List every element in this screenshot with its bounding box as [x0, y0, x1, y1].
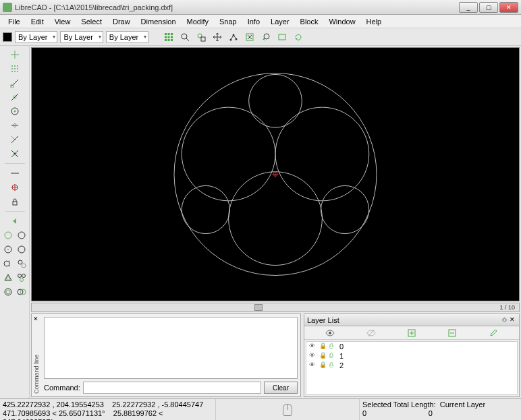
color-combo[interactable]: By Layer: [15, 31, 57, 43]
menu-window[interactable]: Window: [323, 16, 360, 27]
svg-point-54: [18, 247, 20, 248]
svg-rect-7: [168, 39, 170, 41]
circle-inscribe-tool[interactable]: [2, 272, 14, 284]
minimize-button[interactable]: _: [459, 2, 478, 13]
svg-rect-5: [171, 36, 173, 38]
lineweight-combo[interactable]: By Layer: [60, 31, 103, 43]
svg-point-26: [17, 68, 18, 69]
svg-point-24: [11, 68, 13, 69]
menu-layer[interactable]: Layer: [265, 16, 295, 27]
svg-rect-0: [165, 33, 167, 35]
circle-concentric-tool[interactable]: [2, 286, 14, 298]
zoom-window-icon[interactable]: [194, 30, 208, 44]
layer-row[interactable]: 👁🔒⎙2: [306, 361, 517, 370]
menu-edit[interactable]: Edit: [26, 16, 49, 27]
print-icon[interactable]: ⎙: [329, 342, 337, 351]
grid-tool[interactable]: [9, 63, 21, 75]
menu-draw[interactable]: Draw: [107, 16, 136, 27]
lock-relative[interactable]: [9, 196, 21, 208]
add-layer-icon[interactable]: [407, 328, 416, 338]
circle-concentric2-tool[interactable]: [16, 286, 28, 298]
drawing-canvas[interactable]: [31, 47, 520, 301]
clear-button[interactable]: Clear: [264, 382, 298, 394]
layer-list[interactable]: 👁🔒⎙0👁🔒⎙1👁🔒⎙2: [306, 341, 518, 395]
zoom-icon[interactable]: [178, 30, 192, 44]
page-indicator: 1 / 10: [495, 304, 519, 311]
show-all-icon[interactable]: [325, 328, 335, 338]
center-snap[interactable]: [9, 105, 21, 117]
layer-row[interactable]: 👁🔒⎙1: [306, 351, 517, 361]
lock-icon[interactable]: 🔒: [319, 342, 327, 351]
mouse-icon: [283, 404, 292, 416]
eye-icon[interactable]: 👁: [309, 342, 317, 351]
snap-node-icon[interactable]: [227, 30, 240, 44]
distance-snap[interactable]: [9, 133, 21, 146]
layer-row[interactable]: 👁🔒⎙0: [306, 342, 517, 351]
svg-point-21: [11, 65, 13, 67]
linetype-combo[interactable]: By Layer: [106, 31, 148, 43]
zoom-auto-icon[interactable]: [292, 30, 305, 44]
horizontal-scrollbar[interactable]: 1 / 10: [31, 303, 520, 312]
menu-dimension[interactable]: Dimension: [136, 16, 182, 27]
circle-tan3-tool[interactable]: [16, 272, 28, 284]
pan-icon[interactable]: [211, 30, 224, 44]
menu-modify[interactable]: Modify: [182, 16, 214, 27]
svg-point-61: [6, 277, 9, 280]
panel-close-icon[interactable]: ✕: [508, 316, 516, 324]
menu-info[interactable]: Info: [242, 16, 265, 27]
maximize-button[interactable]: ▢: [479, 2, 498, 13]
redraw-icon[interactable]: [275, 30, 289, 44]
point-tool[interactable]: [9, 49, 21, 61]
menu-snap[interactable]: Snap: [214, 16, 242, 27]
zoom-extents-icon[interactable]: [243, 30, 256, 44]
svg-point-64: [20, 278, 23, 282]
close-button[interactable]: ✕: [499, 2, 518, 13]
menu-block[interactable]: Block: [295, 16, 324, 27]
menu-view[interactable]: View: [49, 16, 76, 27]
intersection-snap[interactable]: [9, 148, 21, 160]
restrict-horiz[interactable]: [9, 167, 21, 179]
statusbar: 425.22272932 , 204.19554253 25.22272932 …: [0, 398, 521, 420]
command-history[interactable]: [44, 317, 298, 379]
middle-snap[interactable]: [9, 119, 21, 131]
circle-tan2-tool[interactable]: [16, 258, 28, 270]
edit-layer-icon[interactable]: [489, 328, 498, 338]
zoom-previous-icon[interactable]: [259, 30, 273, 44]
svg-point-52: [7, 249, 9, 250]
svg-point-55: [24, 247, 25, 248]
layer-name: 0: [339, 342, 344, 351]
endpoint-snap[interactable]: [9, 77, 21, 89]
svg-line-38: [11, 136, 16, 140]
eye-icon[interactable]: 👁: [309, 352, 317, 360]
print-icon[interactable]: ⎙: [329, 352, 337, 360]
panel-undock-icon[interactable]: ◇: [500, 316, 508, 324]
remove-layer-icon[interactable]: [447, 328, 457, 338]
svg-point-72: [275, 107, 369, 201]
menu-help[interactable]: Help: [361, 16, 387, 27]
hide-all-icon[interactable]: [366, 328, 376, 338]
lock-icon[interactable]: 🔒: [319, 352, 327, 360]
circle-2p-tool[interactable]: [16, 229, 28, 241]
circle-cr-tool[interactable]: [2, 243, 14, 256]
circle-tan-tool[interactable]: [2, 258, 14, 270]
svg-point-50: [24, 235, 26, 236]
svg-point-63: [22, 274, 25, 278]
svg-point-23: [17, 65, 18, 67]
back-icon[interactable]: [9, 215, 21, 227]
menu-select[interactable]: Select: [76, 16, 107, 27]
svg-rect-6: [165, 39, 167, 41]
print-icon[interactable]: ⎙: [329, 361, 337, 369]
lock-icon[interactable]: 🔒: [319, 361, 327, 369]
selection-readout: Selected Total Length: Current Layer 0 0: [359, 399, 521, 420]
color-swatch[interactable]: [3, 32, 12, 42]
circle-3p-tool[interactable]: [16, 243, 28, 256]
panel-close-icon[interactable]: ✕: [33, 316, 41, 324]
on-entity-snap[interactable]: [9, 91, 21, 103]
relative-zero[interactable]: [9, 181, 21, 193]
grid-icon[interactable]: [162, 30, 175, 44]
eye-icon[interactable]: 👁: [309, 361, 317, 369]
circle-tool[interactable]: [2, 229, 14, 241]
layer-name: 2: [339, 361, 344, 369]
command-input[interactable]: [83, 382, 261, 394]
menu-file[interactable]: File: [3, 16, 26, 27]
